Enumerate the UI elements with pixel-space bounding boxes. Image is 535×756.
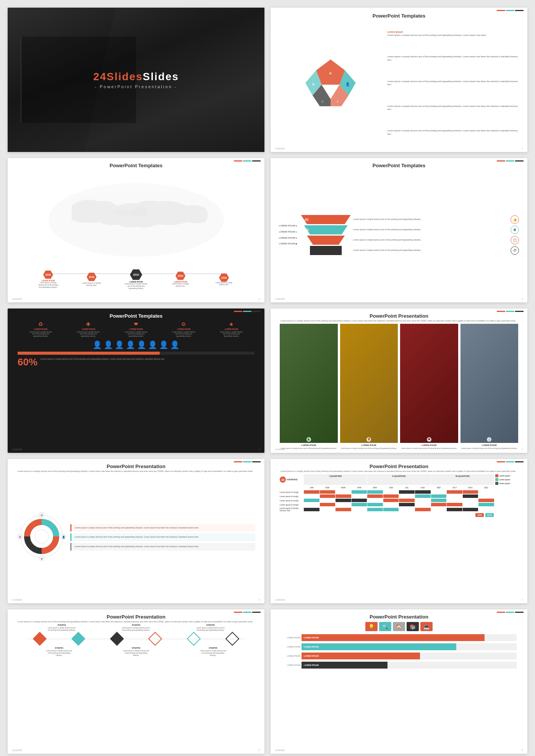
steps-bottom: STEP01 Lorem ipsum a simply dummy text o… [13,646,259,657]
rc-4-12 [478,503,494,506]
tl-2005: 2005 Lorem ipsum a simply dummy text. [81,273,102,286]
mh-sep: SEP [431,486,447,489]
slide-6-body: Lorem ipsum is a simply dummy text of th… [276,320,522,322]
ilabel-5: LOREM IPSUM [225,328,238,330]
tbox-teal: Lorem ipsum is simply dummy text of the … [70,533,255,541]
ftext-4: Lorem ipsum's simply dummy text of the p… [353,249,509,252]
rc-4-2 [320,503,336,506]
slide-2-footer: 11/15/2018 [275,147,285,150]
world-map [44,174,229,266]
desc-2005: Lorem ipsum a simply dummy text. [81,282,102,286]
hbars: LOREM IPSUM LOREM IPSUM LOREM IPSUM LORE… [276,634,522,751]
slide-9-num: 8 [259,749,260,751]
accent-lines [234,612,261,613]
quarter-heads: I QUARTER II QUARTER III QUARTER [304,474,494,485]
accent-dark [515,10,524,11]
ilabel-3: LOREM IPSUM [129,328,143,330]
legend-color-2 [495,478,498,481]
slide-6-num: 5 [522,448,523,451]
legend-spacer [495,486,518,489]
photo-item-4: 👔 LOREM IPSUM Lorem ipsum a simply dummy… [460,324,519,450]
legend-2: Lorem ipsum [495,478,518,481]
mh-jul: JUL [399,486,415,489]
rc-3-12 [478,499,494,502]
tbox-red: Lorem ipsum is simply dummy text of the … [70,524,255,532]
funnel-1: 01 [301,215,351,224]
funnel-layout: LOREM IPSUM ▶ LOREM IPSUM ▶ LOREM IPSUM … [276,171,522,299]
flabel-1: LOREM IPSUM ▶ [279,225,299,228]
photo-img-1: 🌲 [280,324,338,443]
accent-teal [506,10,514,11]
hbar-label-3: LOREM IPSUM [281,655,300,657]
accent-red [234,311,242,312]
step-bot-label-3: STEP05 [199,647,226,649]
diamond-5 [187,632,201,646]
ficon-2: ⚙ [511,226,519,234]
svg-text:⊕: ⊕ [329,71,332,75]
rc-3-2 [320,499,336,502]
accent-lines [234,311,261,312]
accent-lines [497,461,524,462]
accent-lines [497,160,524,162]
idesc-5: Lorem ipsum a simply dummy text of the p… [220,331,243,337]
slide-10-hbars: PowerPoint Presentation 💡 🔍 🏠 📚 💻 LOREM … [271,609,527,754]
hex-2005: 2005 [87,273,97,281]
rc-2-5 [367,494,383,498]
fright-3: Lorem ipsum's simply dummy text of the p… [353,236,519,245]
diamond-4 [148,632,162,646]
legend-label-2: Lorem ipsum [499,478,510,481]
pct-badge-1: 12% [475,513,484,517]
accent-dark [252,612,261,613]
svg-text:👤: 👤 [62,535,65,539]
fright-1: Lorem ipsum's simply dummy text of the p… [353,215,519,224]
photo-cap-2: LOREM IPSUM [340,444,398,446]
photos-row: 🌲 LOREM IPSUM Lorem ipsum a simply dummy… [276,324,522,450]
text-block-3: Lorem ipsum a simply dummy text of the p… [387,80,521,86]
svg-text:⚙: ⚙ [312,82,315,86]
slide-2-pentagon: PowerPoint Templates ⊕ 👤 [271,8,527,152]
funnel-right: Lorem ipsum's simply dummy text of the p… [353,215,519,255]
step-bot-3: STEP05 Lorem ipsum a simply dummy text o… [199,647,226,657]
diamond-6 [225,632,239,646]
percent-desc: Lorem ipsum is simply dummy text of the … [41,357,165,361]
svg-text:☆: ☆ [321,99,324,103]
rc-4-3 [336,503,351,506]
accent-teal [506,311,514,312]
flabel-3: LOREM IPSUM ▶ [279,237,299,240]
hbar-outer-2: LOREM IPSUM [302,643,517,650]
step-top-text-1: Lorem ipsum a simply dummy text of the p… [46,627,77,632]
itab-5: 💻 [420,622,433,631]
slide-10-footer: 11/15/2018 [275,749,285,751]
pct-badge-2: 61% [485,513,494,517]
rc-4-5 [367,503,383,506]
rc-5-10 [447,508,462,511]
mh-oct: OCT [447,486,462,489]
timeline-row: 2000 LOREM IPSUM Lorem ipsum a simply du… [37,269,234,290]
q1-head: I QUARTER [304,474,367,485]
row-cells-3 [304,499,494,502]
accent-dark [252,311,261,312]
ficon-3: 📋 [511,236,519,244]
ilabel-4: LOREM IPSUM [177,328,190,330]
slide-9-title: PowerPoint Presentation [13,614,259,620]
slide-9-steps: PowerPoint Presentation Lorem ipsum is a… [8,609,264,754]
diamond-2 [71,632,86,646]
accent-dark [515,461,524,462]
svg-point-8 [35,530,49,543]
icon-col-2: ✚ LOREM IPSUM Lorem ipsum a simply dummy… [77,321,100,337]
rc-3-3 [336,499,351,502]
photo-icon-4: 👔 [487,437,491,442]
rc-3-11 [463,499,478,502]
text-block-1: Lorem Ipsum Lorem ipsum a simply dummy t… [387,30,521,37]
step-bot-label-1: STEP01 [46,647,73,649]
tl-2020: 2020 Lorem ipsum a simply dummy text. [214,273,235,286]
photo-cap-3: LOREM IPSUM [400,444,458,446]
tbox-gray: Lorem ipsum is simply dummy text of the … [70,543,255,551]
rc-5-9 [431,508,447,511]
hbar-label-2: LOREM IPSUM [281,646,300,648]
diamond-line [28,639,245,640]
legend: Lorem ipsum Lorem ipsum Lorem ipsum [495,474,518,485]
rc-4-9 [431,503,447,506]
slide-7-footer: 11/15/2018 [12,599,22,601]
accent-teal [506,461,514,462]
